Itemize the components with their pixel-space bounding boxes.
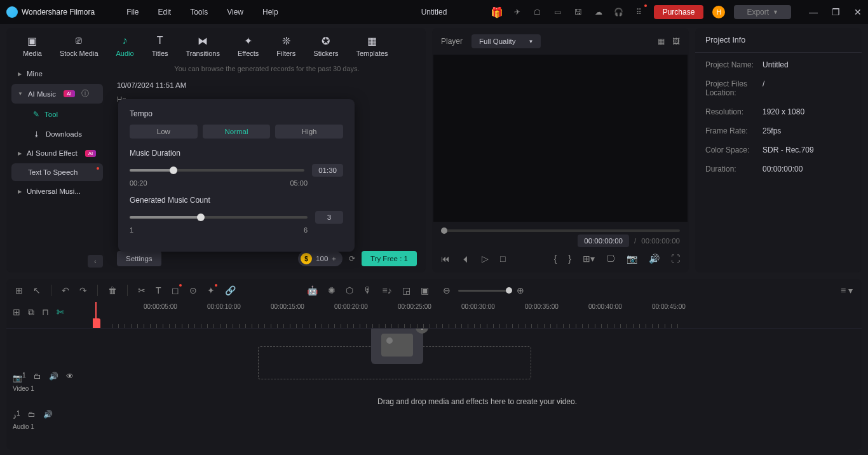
settings-button[interactable]: Settings [117,251,161,266]
zoom-out-icon[interactable]: ⊖ [443,285,451,295]
ai-tool-icon[interactable]: ✦ [207,285,215,295]
sidebar-item-mine[interactable]: ▶Mine [11,65,103,83]
duration-slider[interactable] [130,169,304,172]
zoom-thumb[interactable] [506,287,512,294]
quality-dropdown[interactable]: Full Quality▼ [471,34,541,48]
audio-track-header[interactable]: ♪1 🗀 🔊 Audio 1 [6,405,93,443]
scrub-thumb[interactable] [441,228,447,234]
magnet-icon[interactable]: ⊓ [42,307,49,317]
music-icon[interactable]: ♪1 [13,410,20,421]
timeline-ruler[interactable]: 00:00:05:0000:00:10:0000:00:15:0000:00:2… [93,302,862,328]
link-icon[interactable]: 🔗 [225,285,236,295]
player-viewport[interactable] [433,55,688,222]
headphones-icon[interactable]: 🎧 [613,6,625,18]
menu-help[interactable]: Help [262,8,278,17]
auto-cut-icon[interactable]: ✄ [57,307,64,317]
zoom-slider[interactable] [458,290,509,292]
mute-icon[interactable]: 🔊 [43,410,53,421]
tab-transitions[interactable]: ⧓Transitions [186,34,220,57]
fullscreen-icon[interactable]: ⛶ [671,254,680,264]
try-free-button[interactable]: Try Free : 1 [362,251,417,266]
ratio-icon[interactable]: ⊞▾ [583,254,595,264]
close-button[interactable]: ✕ [854,7,862,17]
collapse-sidebar-button[interactable]: ‹ [88,255,103,268]
sidebar-item-ai-sound-effect[interactable]: ▶AI Sound EffectAI [11,144,103,162]
redo-icon[interactable]: ↷ [79,285,87,295]
audio-mixer-icon[interactable]: ≡♪ [383,285,392,295]
playhead-handle[interactable] [93,318,100,328]
time-current[interactable]: 00:00:00:00 [578,234,629,247]
tab-stock-media[interactable]: ⎚Stock Media [60,34,98,57]
count-slider[interactable] [130,216,308,219]
mark-out-icon[interactable]: } [568,254,571,264]
keyframe-icon[interactable]: ✺ [328,285,336,295]
split-icon[interactable]: ✂ [138,285,146,295]
link-tracks-icon[interactable]: ⧉ [28,307,34,318]
purchase-button[interactable]: Purchase [654,5,704,19]
sidebar-item-ai-music[interactable]: ▼AI MusicAIⓘ [11,84,103,104]
stop-icon[interactable]: □ [500,254,505,264]
track-size-icon[interactable]: ≡ ▾ [841,285,853,295]
layout-icon[interactable]: ⊞ [15,285,23,295]
slider-thumb[interactable] [197,214,205,221]
tab-audio[interactable]: ♪Audio [116,34,134,57]
cloud-icon[interactable]: ☁ [593,6,604,18]
save-icon[interactable]: 🖫 [573,6,584,18]
mute-icon[interactable]: 🔊 [49,372,58,383]
apps-icon[interactable]: ⠿ [634,6,645,18]
play-icon[interactable]: ▷ [482,254,489,264]
visibility-icon[interactable]: 👁 [66,372,74,383]
export-button[interactable]: Export▼ [734,5,791,19]
refresh-icon[interactable]: ⟳ [349,254,355,263]
prev-frame-icon[interactable]: ⏮ [441,254,450,264]
credits-pill[interactable]: $ 100 + [298,251,342,266]
add-track-icon[interactable]: ⊞ [13,307,20,317]
tempo-normal[interactable]: Normal [203,125,271,139]
select-tool-icon[interactable]: ↖ [33,285,41,295]
folder-icon[interactable]: 🗀 [28,410,36,421]
tab-filters[interactable]: ❊Filters [276,34,295,57]
playhead[interactable] [95,302,97,328]
render-icon[interactable]: ▣ [421,285,429,295]
tracks-body[interactable]: + Drag and drop media and effects here t… [93,329,862,450]
plus-icon[interactable]: + [332,255,336,262]
gift-icon[interactable]: 🎁 [491,6,503,18]
undo-icon[interactable]: ↶ [62,285,69,295]
mark-in-icon[interactable]: { [554,254,557,264]
volume-icon[interactable]: 🔊 [649,254,660,264]
menu-view[interactable]: View [227,8,243,17]
minimize-button[interactable]: ― [809,7,818,17]
menu-tools[interactable]: Tools [190,8,208,17]
screen-icon[interactable]: ▭ [552,6,564,18]
tempo-high[interactable]: High [275,125,343,139]
video-track-header[interactable]: 📷1 🗀 🔊 👁 Video 1 [6,367,93,405]
crop-icon[interactable]: ◻ [172,285,179,295]
menu-edit[interactable]: Edit [158,8,172,17]
help-icon[interactable]: ⓘ [81,89,89,98]
step-back-icon[interactable]: ⏴ [461,254,470,264]
sidebar-item-text-to-speech[interactable]: Text To Speech [11,163,103,181]
adjust-icon[interactable]: ◲ [402,285,410,295]
folder-icon[interactable]: 🗀 [34,372,41,383]
sidebar-item-tool[interactable]: ✎Tool [11,105,103,124]
feedback-icon[interactable]: ☖ [532,6,543,18]
player-scrubber[interactable] [432,222,689,234]
text-icon[interactable]: T [156,285,161,295]
tab-media[interactable]: ▣Media [23,34,42,57]
tab-templates[interactable]: ▦Templates [356,34,388,57]
delete-icon[interactable]: 🗑 [108,285,117,295]
monitor-icon[interactable]: 🖵 [606,254,615,264]
camera-icon[interactable]: 📷1 [13,372,26,383]
grid-view-icon[interactable]: ▦ [658,37,665,46]
image-view-icon[interactable]: 🖼 [672,37,680,46]
add-media-button[interactable]: + [416,329,428,334]
snapshot-icon[interactable]: 📷 [627,254,637,264]
slider-thumb[interactable] [170,166,177,174]
tab-titles[interactable]: TTitles [152,34,168,57]
ai-assistant-icon[interactable]: 🤖 [307,285,318,295]
menu-file[interactable]: File [126,8,139,17]
user-avatar[interactable]: H [712,6,725,18]
marker-icon[interactable]: ⬡ [346,285,353,295]
count-value[interactable]: 3 [315,211,343,224]
maximize-button[interactable]: ❐ [832,7,840,17]
